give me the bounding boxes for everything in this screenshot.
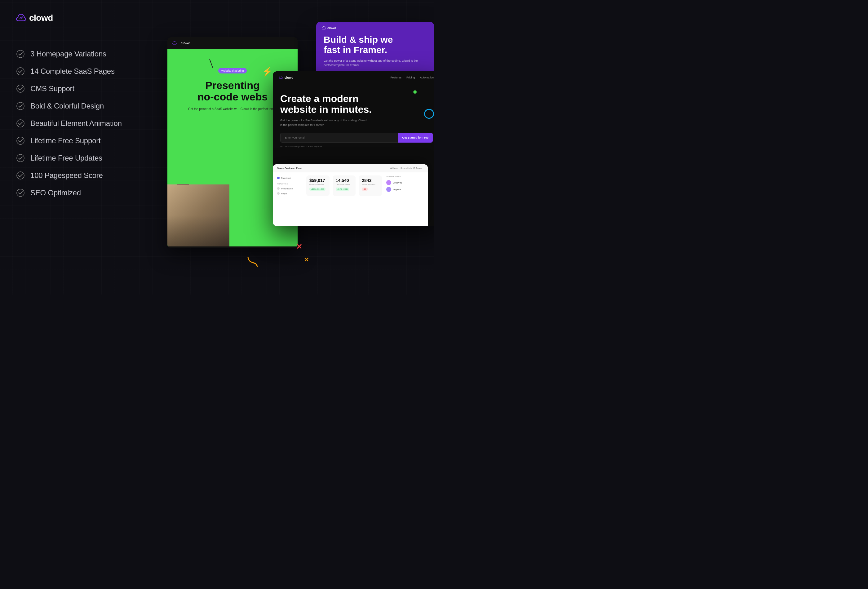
purple-brand-name: clowd: [327, 27, 336, 30]
metrics-grid: $59,017 Monthly Revenue +29% +$14,480 14…: [306, 176, 382, 196]
members-panel: Available Memb... Dewey fu Angelina: [386, 176, 424, 196]
svg-point-3: [17, 102, 24, 110]
metric-card-pageviews: 14,540 Total Page Views +14% +2035: [333, 176, 356, 196]
dashboard-title: Savan Customer Panel: [277, 167, 302, 170]
metric-label: Total Page Views: [336, 183, 353, 185]
clowd-logo-icon: [16, 13, 26, 23]
dashboard-header: Savan Customer Panel All Items Search Li…: [273, 164, 428, 172]
dashboard-body: Dashboard ANALYTICS Performance Holgar: [273, 172, 428, 199]
purple-header: clowd: [316, 22, 434, 34]
metric-card-revenue: $59,017 Monthly Revenue +29% +$14,480: [306, 176, 329, 196]
check-circle-icon: [16, 67, 25, 76]
check-circle-icon: [16, 84, 25, 93]
dark-headline: Create a modernwebsite in minutes.: [280, 93, 433, 115]
badge-text: +29%: [311, 188, 316, 190]
screenshot-dark: clowd Features Pricing Automation ✦ Crea…: [273, 71, 434, 226]
lightning-icon: ⚡: [262, 66, 273, 77]
cross-decoration-yellow: ✕: [304, 256, 309, 264]
deco-line: [209, 59, 213, 68]
nav-indicator: [277, 192, 280, 195]
green-brand-name: clowd: [181, 41, 190, 45]
dark-header: clowd Features Pricing Automation: [273, 71, 434, 84]
member-avatar: [386, 187, 391, 192]
feature-label: SEO Optimized: [30, 189, 81, 197]
feature-label: CMS Support: [30, 84, 74, 93]
dark-nav-features: Features: [390, 76, 402, 79]
email-input[interactable]: [280, 133, 398, 143]
feature-label: Lifetime Free Updates: [30, 154, 102, 162]
green-subtext: Get the power of a SaaS website w… Clowd…: [179, 107, 286, 111]
sidebar-item-holgar: Holgar: [277, 191, 302, 196]
feature-label: Beautiful Element Animation: [30, 119, 122, 128]
nav-indicator: [277, 177, 280, 179]
dark-body: ✦ Create a modernwebsite in minutes. Get…: [273, 84, 434, 159]
screenshot-dashboard: Savan Customer Panel All Items Search Li…: [273, 164, 428, 226]
nav-label: Dashboard: [281, 177, 291, 179]
search-label: Search Lists, 12, Brown...: [400, 167, 424, 169]
feature-item: SEO Optimized: [16, 189, 122, 197]
feature-label: Bold & Colorful Design: [30, 102, 104, 110]
green-header: clowd: [167, 37, 298, 49]
feature-item: CMS Support: [16, 84, 122, 93]
badge-sub: +2035: [342, 188, 348, 190]
dashboard-sidebar: Dashboard ANALYTICS Performance Holgar: [277, 176, 302, 196]
check-circle-icon: [16, 119, 25, 128]
check-circle-icon: [16, 102, 25, 110]
sidebar-item-performance: Performance: [277, 186, 302, 191]
svg-point-1: [17, 68, 24, 75]
cross-decoration-red: ✕: [296, 242, 302, 251]
feature-label: 14 Complete SaaS Pages: [30, 67, 115, 76]
feature-label: 100 Pagespeed Score: [30, 171, 103, 180]
members-label: Available Memb...: [386, 176, 424, 178]
check-circle-icon: [16, 154, 25, 162]
badge-sub: +$14,480: [316, 188, 324, 190]
check-circle-icon: [16, 171, 25, 180]
screenshots-area: clowd ⚡ Website that bring Presentingno-…: [167, 0, 434, 294]
dark-brand-name: clowd: [285, 76, 293, 79]
analytics-section-label: ANALYTICS: [277, 183, 302, 185]
metric-value: 14,540: [336, 178, 353, 183]
metric-badge-green: +29% +$14,480: [309, 187, 326, 190]
svg-point-8: [17, 189, 24, 196]
check-circle-icon: [16, 50, 25, 58]
member-item: Angelina: [386, 186, 424, 193]
metric-label: Monthly Revenue: [309, 183, 326, 185]
circle-decoration: [424, 109, 434, 119]
filter-label: All Items: [390, 167, 398, 169]
svg-point-0: [17, 50, 24, 58]
nav-indicator: [277, 187, 280, 190]
feature-item: Bold & Colorful Design: [16, 102, 122, 110]
dark-subtext: Get the power of a SaaS website without …: [280, 118, 367, 127]
nav-label: Holgar: [281, 192, 287, 195]
feature-label: 3 Homepage Variations: [30, 50, 106, 58]
svg-point-6: [17, 154, 24, 162]
disclaimer-text: No credit card required • Cancel anytime: [280, 145, 433, 148]
green-headline: Presentingno-code webs: [191, 80, 274, 103]
feature-item: Beautiful Element Animation: [16, 119, 122, 128]
metric-badge-red: -19: [362, 187, 368, 190]
badge-text: -19: [363, 188, 366, 190]
dashboard-header-right: All Items Search Lists, 12, Brown...: [390, 167, 424, 169]
logo-area: clowd: [16, 13, 53, 23]
feature-item: 100 Pagespeed Score: [16, 171, 122, 180]
features-list: 3 Homepage Variations 14 Complete SaaS P…: [16, 50, 122, 197]
check-circle-icon: [16, 136, 25, 145]
feature-label: Lifetime Free Support: [30, 136, 101, 145]
metric-label: Total Customers: [362, 183, 379, 185]
svg-point-7: [17, 172, 24, 179]
purple-headline: Build & ship wefast in Framer.: [324, 34, 427, 55]
dark-nav-automation: Automation: [420, 76, 434, 79]
brand-name: clowd: [29, 13, 53, 23]
check-circle-icon: [16, 189, 25, 197]
member-avatar: [386, 180, 391, 185]
feature-item: 14 Complete SaaS Pages: [16, 67, 122, 76]
star-icon: ✦: [411, 87, 418, 97]
dark-nav: Features Pricing Automation: [390, 76, 434, 79]
green-photo: [167, 185, 229, 247]
feature-item: Lifetime Free Updates: [16, 154, 122, 162]
metric-card-customers: 2842 Total Customers -19: [359, 176, 382, 196]
dark-nav-pricing: Pricing: [406, 76, 415, 79]
yellow-decoration: [245, 254, 260, 270]
get-started-button[interactable]: Get Started for Free: [398, 133, 433, 143]
green-badge: Website that bring: [218, 68, 247, 74]
